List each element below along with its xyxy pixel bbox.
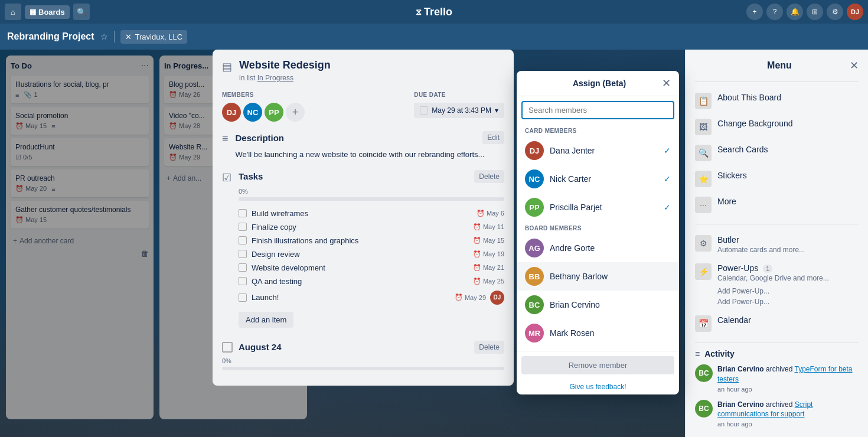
bethany-avatar: BB: [525, 267, 544, 286]
board-title: Rebranding Project: [7, 31, 94, 42]
assign-close-button[interactable]: ✕: [662, 77, 671, 90]
assign-member-brian[interactable]: BC Brian Cervino: [517, 291, 679, 319]
edit-description-button[interactable]: Edit: [482, 131, 504, 144]
menu-item-powerups[interactable]: ⚡ Power-Ups 1 Calendar, Google Drive and…: [695, 259, 859, 287]
activity-header: ≡ Activity: [695, 349, 859, 358]
search-icon[interactable]: 🔍: [73, 4, 90, 20]
assign-member-andre[interactable]: AG Andre Gorte: [517, 234, 679, 262]
august-checkbox[interactable]: [222, 342, 233, 353]
add-powerup-2-button[interactable]: Add Power-Up...: [717, 298, 859, 306]
assign-member-bethany[interactable]: BB Bethany Barlow: [517, 262, 679, 291]
more-icon: ···: [695, 197, 712, 213]
powerups-sub: Calendar, Google Drive and more...: [717, 274, 829, 282]
due-date-label: DUE DATE: [414, 92, 504, 98]
task-checkbox-4[interactable]: [239, 250, 247, 258]
member-avatar-2[interactable]: NC: [243, 103, 262, 122]
change-bg-title: Change Background: [717, 119, 793, 128]
task-checkbox-5[interactable]: [239, 263, 247, 272]
task-checkbox-7[interactable]: [239, 293, 247, 302]
august-delete-button[interactable]: Delete: [474, 341, 504, 354]
menu-item-about[interactable]: 📋 About This Board: [695, 88, 859, 114]
activity-time-2: an hour ago: [717, 420, 859, 428]
member-avatar-1[interactable]: DJ: [222, 103, 241, 122]
assign-member-mark[interactable]: MR Mark Rosen: [517, 319, 679, 347]
user-avatar[interactable]: DJ: [847, 4, 863, 20]
apps-button[interactable]: ⊞: [807, 4, 823, 20]
boards-label: Boards: [38, 8, 65, 17]
task-checkbox-2[interactable]: [239, 223, 247, 231]
notifications-button[interactable]: 🔔: [787, 4, 803, 20]
stickers-icon: ⭐: [695, 171, 712, 187]
calendar-icon: 📅: [695, 315, 712, 332]
trello-logo: ⧖ Trello: [416, 6, 452, 18]
due-date-checkbox[interactable]: [420, 106, 428, 115]
due-date-button[interactable]: May 29 at 3:43 PM ▾: [414, 103, 504, 118]
about-board-icon: 📋: [695, 93, 712, 109]
assign-member-dana[interactable]: DJ Dana Jenter ✓: [517, 136, 679, 165]
board-header: Rebranding Project ☆ ✕ Travidux, LLC: [0, 24, 868, 50]
top-navigation: ⌂ ▦ Boards 🔍 ⧖ Trello + ? 🔔 ⊞ ⚙ DJ: [0, 0, 868, 24]
add-item-button[interactable]: Add an item: [239, 312, 293, 328]
menu-divider-1: [695, 81, 859, 82]
powerups-title: Power-Ups 1: [717, 263, 829, 273]
powerups-badge: 1: [763, 265, 772, 273]
boards-button[interactable]: ▦ Boards: [25, 5, 70, 19]
menu-item-butler[interactable]: ⚙ Butler Automate cards and more...: [695, 230, 859, 259]
modal-list-link[interactable]: In Progress: [257, 74, 293, 82]
progress-bar: [239, 197, 504, 201]
assign-member-priscilla[interactable]: PP Priscilla Parjet ✓: [517, 193, 679, 221]
remove-member-button[interactable]: Remove member: [521, 356, 674, 374]
clock-icon: ⏰: [477, 210, 485, 217]
search-cards-title: Search Cards: [717, 145, 768, 154]
assign-modal-title: Assign (Beta): [537, 79, 662, 88]
task-item: Finish illustrations and graphics ⏰May 1…: [239, 234, 504, 247]
add-button[interactable]: +: [746, 4, 763, 20]
delete-tasks-button[interactable]: Delete: [474, 170, 504, 183]
menu-item-background[interactable]: 🖼 Change Background: [695, 114, 859, 140]
activity-text-1: Brian Cervino archived TypeForm for beta…: [717, 364, 859, 384]
menu-item-more[interactable]: ··· More: [695, 192, 859, 218]
andre-avatar: AG: [525, 239, 544, 257]
clock-icon: ⏰: [473, 223, 481, 231]
settings-button[interactable]: ⚙: [827, 4, 843, 20]
board-org-button[interactable]: ✕ Travidux, LLC: [120, 30, 187, 44]
activity-time-1: an hour ago: [717, 386, 859, 393]
task-item: Design review ⏰May 19: [239, 247, 504, 261]
add-member-button[interactable]: +: [286, 103, 305, 122]
board-star-icon[interactable]: ☆: [100, 32, 108, 41]
menu-item-calendar[interactable]: 📅 Calendar: [695, 311, 859, 337]
info-button[interactable]: ?: [766, 4, 783, 20]
august-title: August 24: [239, 342, 282, 352]
task-checkbox-3[interactable]: [239, 236, 247, 244]
member-avatar-3[interactable]: PP: [265, 103, 283, 122]
home-icon[interactable]: ⌂: [5, 4, 21, 20]
description-title: Description: [236, 133, 285, 143]
menu-title: Menu: [709, 60, 850, 71]
task-item: Build wireframes ⏰May 6: [239, 207, 504, 220]
clock-icon: ⏰: [473, 250, 481, 258]
dana-check-icon: ✓: [664, 146, 671, 155]
feedback-link[interactable]: Give us feedback!: [517, 379, 679, 394]
search-members-input[interactable]: [521, 101, 674, 119]
dana-name: Dana Jenter: [550, 146, 595, 155]
assign-member-nick[interactable]: NC Nick Carter ✓: [517, 165, 679, 193]
menu-item-stickers[interactable]: ⭐ Stickers: [695, 166, 859, 192]
menu-close-button[interactable]: ✕: [850, 59, 859, 72]
add-powerup-1-button[interactable]: Add Power-Up...: [717, 287, 859, 295]
task-item: Finalize copy ⏰May 11: [239, 220, 504, 234]
task-checkbox-1[interactable]: [239, 209, 247, 217]
activity-label: Activity: [704, 349, 735, 358]
menu-divider-2: [695, 224, 859, 224]
task-item: Launch! ⏰May 29 DJ: [239, 288, 504, 307]
priscilla-name: Priscilla Parjet: [550, 203, 602, 212]
board-members-section-label: BOARD MEMBERS: [517, 221, 679, 234]
org-icon: ✕: [125, 32, 132, 41]
task-checkbox-6[interactable]: [239, 277, 247, 285]
task-item: Website development ⏰May 21: [239, 261, 504, 275]
modal-title: Website Redesign: [239, 59, 504, 71]
bethany-name: Bethany Barlow: [550, 272, 608, 281]
butler-title: Butler: [717, 235, 805, 244]
menu-item-search[interactable]: 🔍 Search Cards: [695, 140, 859, 166]
chevron-down-icon: ▾: [495, 106, 498, 115]
members-label: MEMBERS: [222, 92, 404, 98]
